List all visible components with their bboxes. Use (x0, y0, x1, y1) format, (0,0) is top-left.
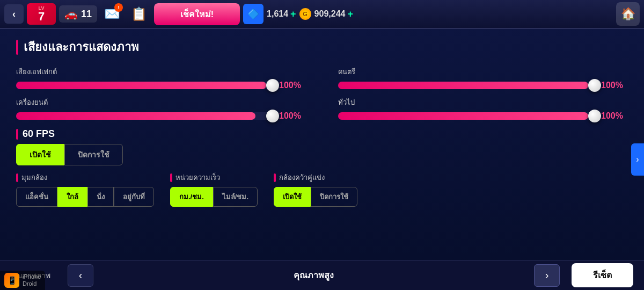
general-slider[interactable]: 100% (338, 111, 628, 121)
currency1-add-button[interactable]: + (290, 9, 296, 20)
watermark-line1: iPhone (23, 273, 41, 280)
checkin-button[interactable]: 📋 (127, 2, 151, 26)
engine-label: เครื่องยนต์ (16, 97, 306, 108)
currency2-display: 909,244 + (314, 9, 353, 20)
fps-on-button[interactable]: เปิดใช้ (16, 144, 64, 165)
engine-group: เครื่องยนต์ 100% (16, 97, 306, 121)
home-button[interactable]: 🏠 (616, 2, 640, 26)
title-accent-bar (16, 40, 18, 55)
level-badge: LV 7 (27, 3, 56, 25)
music-thumb (588, 79, 601, 92)
home-icon: 🏠 (621, 7, 635, 21)
watermark-text: iPhone Droid (23, 273, 41, 287)
bottom-bar: คุณภาพภาพ ‹ คุณภาพสูง › รีเซ็ต (0, 260, 644, 290)
currency1-display: 1,614 + (267, 9, 296, 20)
fps-accent-bar (16, 129, 18, 140)
cam-sit-button[interactable]: นั่ง (87, 187, 114, 207)
engine-value: 100% (279, 111, 306, 121)
camera-label-text: มุมกล้อง (21, 172, 47, 183)
sliders-grid: เสียงเอฟเฟกต์ 100% ดนตรี 100% เค (16, 66, 628, 121)
car-count-display: 🚗 11 (59, 5, 97, 23)
speed-mph-button[interactable]: ไมล์/ชม. (213, 187, 258, 207)
back-button[interactable]: ‹ (4, 4, 24, 24)
cam-close-button[interactable]: ใกล้ (57, 187, 87, 207)
gold-coin-icon: G (299, 8, 311, 20)
cam-follow-button[interactable]: อยู่กับที่ (114, 187, 154, 207)
currency2-add-button[interactable]: + (347, 9, 353, 20)
cam-action-button[interactable]: แอ็คชั่น (16, 187, 57, 207)
mail-button[interactable]: ✉️ ! (100, 2, 124, 26)
rival-label-text: กล้องคว้าคู่แข่ง (279, 172, 325, 183)
general-value: 100% (601, 111, 628, 121)
camera-accent-bar (16, 173, 18, 182)
section-title-area: เสียงและการแสดงภาพ (16, 38, 628, 56)
mail-badge: ! (114, 3, 123, 12)
car-icon: 🚗 (64, 8, 78, 20)
quality-value: คุณภาพสูง (97, 269, 531, 282)
checkin-icon: 📋 (131, 6, 147, 21)
speed-kmh-button[interactable]: กม./ชม. (170, 187, 213, 207)
section-title-text: เสียงและการแสดงภาพ (24, 38, 139, 56)
sound-effects-group: เสียงเอฟเฟกต์ 100% (16, 66, 306, 90)
new-button[interactable]: เช็คใหม่! (154, 3, 240, 25)
currency2-amount: 909,244 (314, 9, 346, 19)
camera-label-area: มุมกล้อง (16, 172, 154, 183)
camera-option-group: แอ็คชั่น ใกล้ นั่ง อยู่กับที่ (16, 187, 154, 207)
quality-next-button[interactable]: › (534, 264, 560, 287)
camera-angle-group: มุมกล้อง แอ็คชั่น ใกล้ นั่ง อยู่กับที่ (16, 172, 154, 207)
music-slider[interactable]: 100% (338, 81, 628, 90)
main-content: เสียงและการแสดงภาพ เสียงเอฟเฟกต์ 100% ดน… (0, 29, 644, 290)
music-group: ดนตรี 100% (338, 66, 628, 90)
rival-off-button[interactable]: ปิดการใช้ (311, 187, 357, 207)
music-value: 100% (601, 81, 628, 90)
engine-thumb (266, 110, 279, 122)
shield-button[interactable]: 🔷 (243, 4, 264, 24)
currency1-amount: 1,614 (267, 9, 288, 19)
rival-cam-group: กล้องคว้าคู่แข่ง เปิดใช้ ปิดการใช้ (274, 172, 357, 207)
speed-unit-group: หน่วยความเร็ว กม./ชม. ไมล์/ชม. (170, 172, 258, 207)
settings-row: มุมกล้อง แอ็คชั่น ใกล้ นั่ง อยู่กับที่ ห… (16, 172, 628, 207)
watermark-icon: 📱 (4, 273, 19, 288)
speed-label-area: หน่วยความเร็ว (170, 172, 258, 183)
fps-section: 60 FPS เปิดใช้ ปิดการใช้ (16, 128, 628, 165)
side-arrow-button[interactable]: › (631, 143, 644, 176)
top-bar: ‹ LV 7 🚗 11 ✉️ ! 📋 เช็คใหม่! 🔷 1,614 + G… (0, 0, 644, 29)
fps-title-text: 60 FPS (23, 128, 55, 140)
sound-effects-fill (16, 82, 266, 89)
sound-effects-thumb (266, 79, 279, 92)
car-count-number: 11 (81, 9, 92, 20)
fps-title-area: 60 FPS (16, 128, 628, 140)
reset-button[interactable]: รีเซ็ต (572, 263, 633, 287)
engine-track (16, 112, 274, 120)
rival-label-area: กล้องคว้าคู่แข่ง (274, 172, 357, 183)
speed-option-group: กม./ชม. ไมล์/ชม. (170, 187, 258, 207)
engine-fill (16, 112, 255, 120)
general-track (338, 112, 596, 120)
fps-toggle-group: เปิดใช้ ปิดการใช้ (16, 144, 628, 165)
quality-prev-button[interactable]: ‹ (68, 264, 93, 287)
watermark: 📱 iPhone Droid (0, 271, 45, 290)
rival-option-group: เปิดใช้ ปิดการใช้ (274, 187, 357, 207)
sound-effects-value: 100% (279, 81, 306, 90)
sound-effects-slider[interactable]: 100% (16, 81, 306, 90)
level-number: 7 (38, 11, 45, 23)
watermark-line2: Droid (23, 280, 36, 287)
rival-on-button[interactable]: เปิดใช้ (274, 187, 311, 207)
music-track (338, 82, 596, 89)
sound-effects-track (16, 82, 274, 89)
music-label: ดนตรี (338, 66, 628, 77)
rival-accent-bar (274, 173, 276, 182)
speed-label-text: หน่วยความเร็ว (175, 172, 220, 183)
sound-effects-label: เสียงเอฟเฟกต์ (16, 66, 306, 77)
general-fill (338, 112, 588, 120)
engine-slider[interactable]: 100% (16, 111, 306, 121)
fps-off-button[interactable]: ปิดการใช้ (64, 144, 123, 165)
general-group: ทั่วไป 100% (338, 97, 628, 121)
shield-icon: 🔷 (247, 8, 259, 20)
speed-accent-bar (170, 173, 172, 182)
music-fill (338, 82, 588, 89)
general-thumb (588, 110, 601, 122)
general-label: ทั่วไป (338, 97, 628, 108)
